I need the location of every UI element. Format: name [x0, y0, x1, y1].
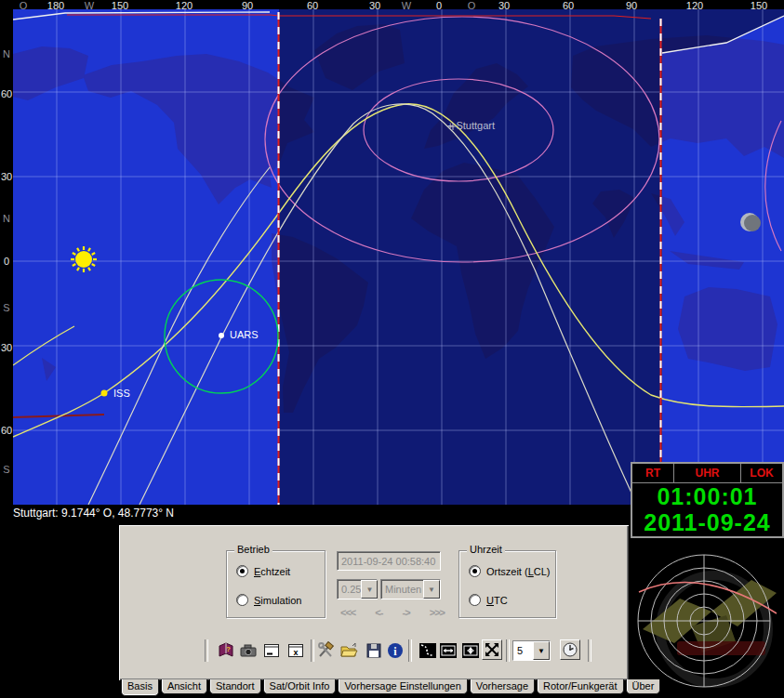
- step-combobox[interactable]: 0.25 ▼: [337, 579, 378, 599]
- longitude-tick: 180: [47, 0, 64, 11]
- latitude-tick: 30: [1, 342, 12, 353]
- close-window-icon[interactable]: x: [286, 641, 305, 660]
- svg-text:x: x: [293, 648, 298, 657]
- radio-dot: [236, 565, 248, 577]
- tab-über[interactable]: Über: [626, 679, 661, 694]
- unit-value: Minuten: [381, 580, 423, 599]
- longitude-tick: W: [85, 0, 94, 11]
- tab-ansicht[interactable]: Ansicht: [161, 679, 207, 694]
- tab-bar: BasisAnsichtStandortSat/Orbit InfoVorher…: [121, 679, 660, 696]
- minimize-window-icon[interactable]: [262, 641, 281, 660]
- world-map[interactable]: O180W150120906030W0O306090120150 N6030N0…: [0, 0, 784, 505]
- longitude-tick: O: [20, 0, 28, 11]
- chevron-down-icon[interactable]: ▼: [533, 641, 550, 660]
- clock-title: UHR: [674, 464, 741, 482]
- clock-toggle-icon[interactable]: [560, 639, 580, 660]
- radio-label: Simulation: [254, 595, 301, 606]
- fit-vertical-icon[interactable]: [461, 641, 480, 660]
- betrieb-groupbox: Betrieb Echtzeit Simulation: [226, 550, 326, 618]
- control-panel: Betrieb Echtzeit Simulation 2011-09-24 0…: [119, 525, 629, 680]
- time-nav-button-2[interactable]: ->: [403, 607, 410, 618]
- info-icon[interactable]: i: [386, 641, 405, 660]
- station-label: + Stuttgart: [447, 120, 495, 131]
- longitude-tick: 0: [436, 0, 442, 11]
- tab-standort[interactable]: Standort: [209, 679, 261, 694]
- tab-vorhersage-einstellungen[interactable]: Vorhersage Einstellungen: [338, 679, 467, 694]
- longitude-tick: 120: [176, 0, 193, 11]
- longitude-tick: O: [468, 0, 476, 11]
- save-icon[interactable]: [365, 641, 383, 660]
- clock-header: RT UHR LOK: [632, 464, 782, 483]
- radio-simulation[interactable]: Simulation: [236, 594, 301, 606]
- latitude-tick: N: [1, 48, 12, 59]
- radio-label: Ortszeit (LCL): [486, 566, 550, 577]
- latitude-tick: 0: [1, 256, 12, 267]
- clock-zone-badge: LOK: [741, 464, 782, 482]
- zoom-combobox[interactable]: 5 ▼: [512, 640, 551, 661]
- iss-label: ISS: [113, 388, 130, 399]
- clock-panel: RT UHR LOK 01:00:01 2011-09-24: [631, 462, 784, 538]
- tab-rotor-funkgerät[interactable]: Rotor/Funkgerät: [537, 679, 623, 694]
- longitude-tick: 120: [686, 0, 703, 11]
- unit-combobox[interactable]: Minuten ▼: [380, 579, 441, 599]
- latitude-tick: S: [1, 464, 12, 475]
- longitude-tick: 150: [112, 0, 128, 11]
- latitude-tick: N: [1, 213, 12, 224]
- betrieb-title: Betrieb: [234, 544, 272, 555]
- longitude-tick: 60: [307, 0, 318, 11]
- open-folder-icon[interactable]: [339, 641, 358, 660]
- time-nav-button-3[interactable]: >>>: [430, 607, 445, 618]
- longitude-tick: W: [402, 0, 411, 11]
- time-nav-button-0[interactable]: <<<: [340, 607, 355, 618]
- longitude-tick: 150: [751, 0, 767, 11]
- radio-ortszeit[interactable]: Ortszeit (LCL): [469, 565, 550, 577]
- time-step-nav: <<<<-->>>>: [340, 607, 445, 618]
- app-window: O180W150120906030W0O306090120150 N6030N0…: [0, 0, 784, 698]
- radio-echtzeit[interactable]: Echtzeit: [236, 565, 290, 577]
- longitude-tick: 30: [498, 0, 510, 11]
- clock-time: 01:00:01: [632, 483, 782, 509]
- step-value: 0.25: [338, 580, 361, 599]
- latitude-tick: 30: [1, 171, 12, 182]
- status-bar: Stuttgart: 9.1744° O, 48.7773° N: [13, 507, 174, 520]
- longitude-tick: 60: [563, 0, 574, 11]
- longitude-tick: 90: [626, 0, 637, 11]
- tab-basis[interactable]: Basis: [121, 679, 159, 696]
- chevron-down-icon[interactable]: ▼: [361, 580, 378, 599]
- ground-track-icon[interactable]: [419, 641, 437, 660]
- longitude-tick: 90: [242, 0, 253, 11]
- radio-label: Echtzeit: [254, 566, 290, 577]
- radio-label: UTC: [486, 595, 508, 606]
- uhrzeit-groupbox: Uhrzeit Ortszeit (LCL) UTC: [458, 550, 556, 618]
- uars-marker[interactable]: [219, 333, 224, 338]
- fit-horizontal-icon[interactable]: [439, 641, 458, 660]
- datetime-value: 2011-09-24 00:58:40: [341, 556, 435, 567]
- latitude-tick: 60: [1, 425, 12, 436]
- radio-dot: [236, 594, 248, 606]
- zoom-value: 5: [513, 641, 533, 660]
- map-graphic: [0, 0, 784, 505]
- radar-display[interactable]: [626, 541, 784, 698]
- radio-utc[interactable]: UTC: [469, 594, 508, 606]
- camera-icon[interactable]: [239, 641, 258, 660]
- latitude-tick: 60: [1, 88, 12, 99]
- radar-graphic: [626, 541, 784, 698]
- time-nav-button-1[interactable]: <-: [375, 607, 382, 618]
- uars-label: UARS: [230, 329, 259, 340]
- tools-icon[interactable]: [316, 641, 335, 660]
- uhrzeit-title: Uhrzeit: [467, 544, 505, 555]
- clock-mode-badge: RT: [632, 464, 674, 482]
- radio-dot: [469, 594, 481, 606]
- longitude-tick: 30: [369, 0, 380, 11]
- tab-vorhersage[interactable]: Vorhersage: [470, 679, 535, 694]
- tab-sat-orbit-info[interactable]: Sat/Orbit Info: [263, 679, 337, 694]
- latitude-tick: S: [1, 302, 12, 313]
- chevron-down-icon[interactable]: ▼: [423, 580, 440, 599]
- clock-date: 2011-09-24: [632, 509, 782, 535]
- radio-dot: [469, 565, 481, 577]
- help-book-icon[interactable]: ?: [217, 641, 235, 660]
- iss-marker[interactable]: [101, 390, 108, 397]
- datetime-field[interactable]: 2011-09-24 00:58:40: [337, 551, 441, 571]
- svg-text:?: ?: [226, 645, 231, 653]
- fit-screen-icon[interactable]: [482, 639, 502, 660]
